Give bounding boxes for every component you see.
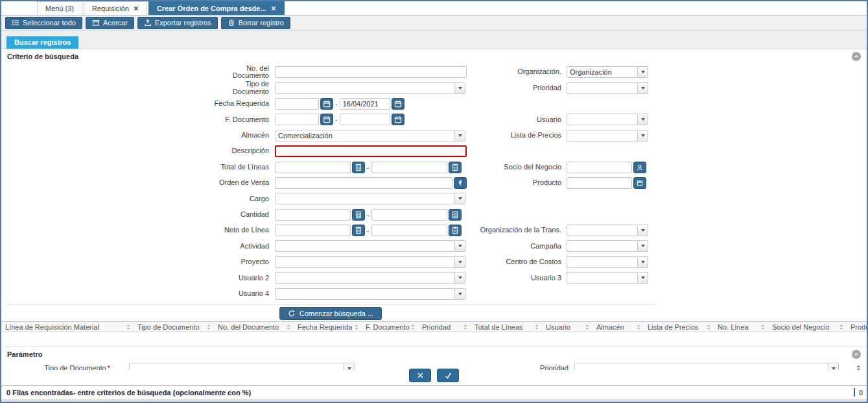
dropdown-button[interactable] <box>455 193 465 204</box>
column-header-usuario[interactable]: Usuario <box>542 322 592 332</box>
column-header-total-de-lineas[interactable]: Total de Líneas <box>471 322 542 332</box>
cancel-button[interactable] <box>409 369 431 382</box>
actividad-input[interactable] <box>275 240 455 252</box>
total-de-lineas-from-input[interactable] <box>275 162 351 173</box>
tab-buscar-registros[interactable]: Buscar registros <box>6 36 78 49</box>
dropdown-button[interactable] <box>455 256 465 268</box>
f-documento-to-input[interactable] <box>340 114 390 125</box>
column-header-almacen[interactable]: Almacén <box>592 322 644 332</box>
column-header-fecha-requerida[interactable]: Fecha Requerida <box>294 322 362 332</box>
dropdown-button[interactable] <box>344 363 355 370</box>
column-header-no-del-documento[interactable]: No. del Documento <box>214 322 294 332</box>
actividad-combo <box>275 240 465 252</box>
usuario-3-input[interactable] <box>567 272 638 284</box>
usuario-input[interactable] <box>567 114 638 125</box>
lista-de-precios-input[interactable] <box>567 130 638 141</box>
dropdown-button[interactable] <box>638 82 648 94</box>
tipo-de-documento-input[interactable] <box>275 82 455 94</box>
column-header-linea-de-requisicion-material[interactable]: Línea de Requisición Material <box>1 322 134 332</box>
column-header-label: No. Línea <box>718 323 749 331</box>
confirm-button[interactable] <box>437 369 459 382</box>
dropdown-button[interactable] <box>638 130 648 141</box>
calendar-button[interactable] <box>392 98 405 110</box>
param-prioridad-input[interactable] <box>574 363 828 370</box>
dropdown-button[interactable] <box>455 272 465 284</box>
proyecto-input[interactable] <box>275 256 455 268</box>
column-header-prioridad[interactable]: Prioridad <box>418 322 471 332</box>
column-header-producto[interactable]: Producto <box>847 322 867 332</box>
column-header-lista-de-precios[interactable]: Lista de Precios <box>644 322 714 332</box>
dropdown-button[interactable] <box>455 130 465 141</box>
calculator-button[interactable] <box>449 209 462 221</box>
column-header-label: Almacén <box>596 323 624 331</box>
exportar-registros-button[interactable]: Exportar registros <box>137 17 218 29</box>
cantidad-to-input[interactable] <box>371 209 447 221</box>
usuario-4-input[interactable] <box>275 288 455 300</box>
prioridad-input[interactable] <box>567 82 638 94</box>
neto-de-linea-from-input[interactable] <box>275 225 351 236</box>
dropdown-button[interactable] <box>638 240 648 252</box>
start-search-button[interactable]: Comenzar búsqueda ... <box>279 307 382 320</box>
calculator-button[interactable] <box>352 162 365 173</box>
dropdown-button[interactable] <box>828 363 839 370</box>
orden-de-venta-input[interactable] <box>275 177 452 189</box>
column-header-socio-del-negocio[interactable]: Socio del Negocio <box>768 322 847 332</box>
parameter-collapse-button[interactable] <box>852 350 861 359</box>
cantidad-from-input[interactable] <box>275 209 351 221</box>
column-header-tipo-de-documento[interactable]: Tipo de Documento <box>134 322 214 332</box>
socio-del-negocio-input[interactable] <box>567 162 632 173</box>
tab-crear-orden-de-compra-desde[interactable]: Crear Órden de Compra desde... <box>148 1 285 15</box>
fecha-requerida-from-input[interactable] <box>275 98 319 110</box>
dropdown-button[interactable] <box>638 114 648 125</box>
tab-requisicion[interactable]: Requisición <box>84 1 147 15</box>
dropdown-button[interactable] <box>638 225 648 236</box>
calculator-button[interactable] <box>352 225 365 236</box>
producto-input[interactable] <box>567 177 632 189</box>
product-button[interactable] <box>633 177 646 189</box>
dropdown-button[interactable] <box>638 66 648 78</box>
no-del-documento-input[interactable] <box>275 66 467 78</box>
criteria-collapse-button[interactable] <box>852 52 861 61</box>
campana-input[interactable] <box>567 240 638 252</box>
dropdown-button[interactable] <box>455 288 465 300</box>
neto-de-linea-to-input[interactable] <box>371 225 447 236</box>
field-label: Proyecto <box>214 258 269 266</box>
almacen-input[interactable] <box>275 130 455 141</box>
scroll-updown-icon[interactable] <box>856 363 862 370</box>
seleccionar-todo-button[interactable]: Seleccionar todo <box>5 17 82 29</box>
acercar-button[interactable]: Acercar <box>86 17 134 29</box>
calculator-button[interactable] <box>449 162 462 173</box>
borrar-registro-button[interactable]: Borrar registro <box>221 17 290 29</box>
tab-close-icon[interactable] <box>134 6 139 11</box>
dropdown-button[interactable] <box>638 272 648 284</box>
tab-menu-3[interactable]: Menú (3) <box>37 1 82 15</box>
organizacion-de-la-trans-input[interactable] <box>567 225 638 236</box>
calendar-button[interactable] <box>320 114 333 125</box>
field-row-producto: Producto <box>473 175 648 191</box>
f-documento-from-input[interactable] <box>275 114 319 125</box>
calculator-button[interactable] <box>352 209 365 221</box>
tab-close-icon[interactable] <box>271 6 276 11</box>
column-header-f-documento[interactable]: F. Documento <box>362 322 418 332</box>
descripcion-input[interactable] <box>275 145 467 157</box>
chevron-down-icon <box>347 367 351 370</box>
dropdown-button[interactable] <box>638 256 648 268</box>
lookup-button[interactable] <box>454 177 467 189</box>
fecha-requerida-to-input[interactable] <box>340 98 390 110</box>
calculator-button[interactable] <box>449 225 462 236</box>
usuario-2-input[interactable] <box>275 272 455 284</box>
column-header-no-linea[interactable]: No. Línea <box>714 322 768 332</box>
calendar-button[interactable] <box>392 114 405 125</box>
param-tipo-documento-input[interactable] <box>129 363 344 370</box>
total-de-lineas-to-input[interactable] <box>371 162 447 173</box>
dropdown-button[interactable] <box>455 82 465 94</box>
calendar-button[interactable] <box>320 98 333 110</box>
dropdown-button[interactable] <box>455 240 465 252</box>
cargo-input[interactable] <box>275 193 455 204</box>
organizacion-input[interactable] <box>567 66 638 78</box>
bpartner-button[interactable] <box>633 162 646 173</box>
cargo-combo <box>275 193 465 204</box>
sort-icon <box>463 324 468 330</box>
centro-de-costos-input[interactable] <box>567 256 638 268</box>
sort-icon <box>534 324 539 330</box>
